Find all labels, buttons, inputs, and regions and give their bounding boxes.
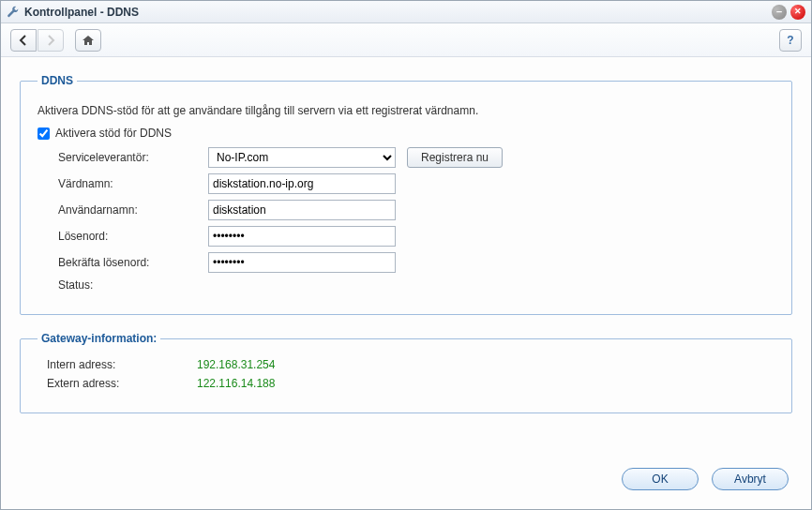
password-input[interactable]	[208, 226, 396, 247]
wrench-icon	[7, 6, 20, 19]
dialog-footer: OK Avbryt	[1, 453, 811, 509]
titlebar: Kontrollpanel - DDNS	[1, 1, 811, 23]
cancel-button[interactable]: Avbryt	[712, 468, 789, 490]
enable-ddns-checkbox[interactable]	[38, 128, 50, 140]
toolbar: ?	[1, 23, 811, 57]
app-window: Kontrollpanel - DDNS ? DDNS Aktivera DDN…	[0, 0, 812, 510]
hostname-label: Värdnamn:	[58, 177, 208, 190]
register-button[interactable]: Registrera nu	[407, 147, 503, 168]
username-label: Användarnamn:	[58, 203, 208, 217]
content-area: DDNS Aktivera DDNS-stöd för att ge använ…	[1, 57, 811, 453]
hostname-input[interactable]	[208, 173, 396, 194]
external-address-label: Extern adress:	[47, 377, 197, 390]
minimize-button[interactable]	[772, 5, 787, 20]
forward-button[interactable]	[38, 29, 64, 52]
provider-label: Serviceleverantör:	[58, 151, 208, 164]
home-button[interactable]	[75, 29, 101, 52]
ddns-description: Aktivera DDNS-stöd för att ge användare …	[38, 104, 774, 117]
username-input[interactable]	[208, 200, 396, 220]
gateway-section: Gateway-information: Intern adress: 192.…	[20, 332, 792, 413]
external-address-value: 122.116.14.188	[197, 377, 275, 390]
confirm-password-label: Bekräfta lösenord:	[58, 256, 208, 269]
internal-address-label: Intern adress:	[47, 358, 197, 371]
ddns-section: DDNS Aktivera DDNS-stöd för att ge använ…	[20, 74, 792, 315]
password-label: Lösenord:	[58, 230, 208, 243]
help-button[interactable]: ?	[779, 29, 802, 52]
ok-button[interactable]: OK	[622, 468, 699, 490]
close-button[interactable]	[790, 5, 805, 20]
window-title: Kontrollpanel - DDNS	[24, 6, 139, 19]
gateway-legend: Gateway-information:	[38, 332, 160, 345]
ddns-legend: DDNS	[38, 74, 77, 87]
provider-select[interactable]: No-IP.com	[208, 147, 396, 168]
confirm-password-input[interactable]	[208, 252, 396, 273]
enable-ddns-label: Aktivera stöd för DDNS	[55, 127, 172, 140]
back-button[interactable]	[10, 29, 37, 52]
internal-address-value: 192.168.31.254	[197, 358, 275, 371]
status-label: Status:	[58, 278, 208, 292]
